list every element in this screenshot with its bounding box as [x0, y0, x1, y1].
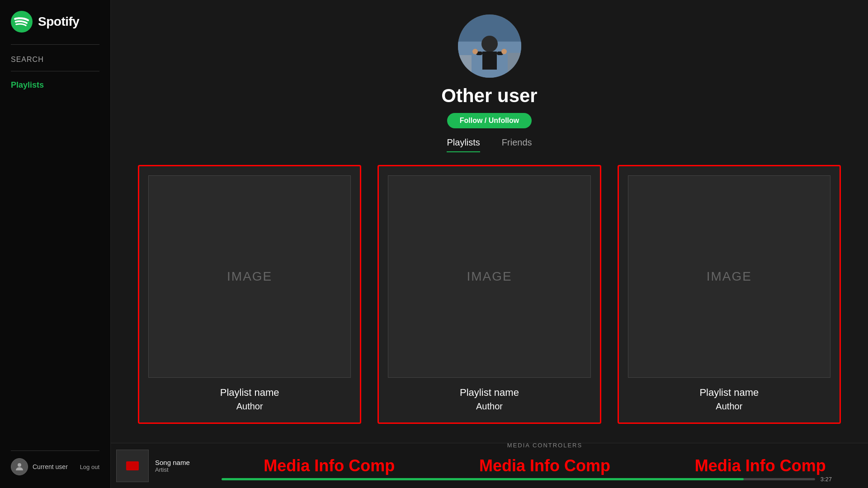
- playlist-author-3: Author: [716, 401, 742, 412]
- playlist-card-3[interactable]: IMAGE Playlist name Author: [618, 165, 841, 424]
- sidebar-search[interactable]: SEARCH: [0, 53, 110, 68]
- tab-friends[interactable]: Friends: [502, 137, 532, 152]
- sidebar-top-divider: [11, 44, 99, 45]
- spotify-icon: [11, 11, 33, 33]
- playlist-image-label-1: IMAGE: [227, 269, 272, 284]
- media-info-comp-2: Media Info Comp: [479, 456, 610, 475]
- sidebar-user-row: Current user Log out: [11, 458, 99, 475]
- now-playing-left: Song name Artist: [111, 450, 222, 482]
- playlist-image-label-2: IMAGE: [467, 269, 512, 284]
- playlist-image-1: IMAGE: [148, 175, 351, 378]
- sidebar-playlists[interactable]: Playlists: [0, 78, 110, 93]
- sidebar-mid-divider: [11, 71, 99, 71]
- playlist-name-1: Playlist name: [220, 387, 279, 399]
- svg-rect-7: [482, 52, 497, 70]
- svg-rect-4: [458, 55, 472, 78]
- follow-unfollow-button[interactable]: Follow / Unfollow: [447, 113, 532, 128]
- playlist-card-2[interactable]: IMAGE Playlist name Author: [377, 165, 601, 424]
- song-name: Song name: [155, 459, 190, 466]
- sidebar-bottom-divider: [11, 450, 99, 451]
- playlists-grid-wrapper: IMAGE Playlist name Author IMAGE Playlis…: [111, 152, 868, 443]
- profile-header: Other user Follow / Unfollow Playlists F…: [111, 0, 868, 152]
- media-info-comps: MEDIA CONTROLERS Media Info Comp Media I…: [222, 456, 868, 475]
- playlists-grid: IMAGE Playlist name Author IMAGE Playlis…: [138, 165, 841, 424]
- playlist-author-2: Author: [476, 401, 503, 412]
- progress-bar-area: 3:27: [222, 476, 832, 483]
- spotify-wordmark: Spotify: [38, 14, 79, 29]
- progress-track[interactable]: [222, 478, 815, 480]
- logout-button[interactable]: Log out: [80, 464, 99, 470]
- svg-point-6: [481, 36, 498, 52]
- svg-point-1: [18, 463, 21, 467]
- playlist-author-1: Author: [236, 401, 263, 412]
- song-thumbnail-image: [126, 461, 139, 470]
- sidebar: Spotify SEARCH Playlists Current user Lo…: [0, 0, 111, 488]
- sidebar-logo: Spotify: [0, 11, 110, 42]
- playlist-image-label-3: IMAGE: [707, 269, 752, 284]
- media-info-comp-1: Media Info Comp: [264, 456, 395, 475]
- playlist-name-3: Playlist name: [699, 387, 759, 399]
- profile-avatar: [458, 14, 521, 78]
- tab-playlists[interactable]: Playlists: [447, 137, 480, 152]
- progress-fill: [222, 478, 744, 480]
- playlist-card-1[interactable]: IMAGE Playlist name Author: [138, 165, 361, 424]
- current-user-label: Current user: [33, 463, 75, 470]
- sidebar-bottom: Current user Log out: [0, 450, 110, 488]
- playlist-name-2: Playlist name: [460, 387, 519, 399]
- song-artist: Artist: [155, 466, 190, 473]
- playlist-image-3: IMAGE: [628, 175, 830, 378]
- playlist-image-2: IMAGE: [388, 175, 590, 378]
- svg-point-11: [501, 49, 507, 54]
- svg-rect-5: [508, 53, 521, 78]
- current-user-avatar: [11, 458, 28, 475]
- media-info-comp-3: Media Info Comp: [695, 456, 826, 475]
- main-content: Other user Follow / Unfollow Playlists F…: [111, 0, 868, 488]
- profile-tabs: Playlists Friends: [447, 137, 532, 152]
- progress-time: 3:27: [821, 476, 832, 483]
- svg-point-10: [472, 49, 478, 54]
- now-playing-bar: Song name Artist MEDIA CONTROLERS Media …: [111, 443, 868, 488]
- media-controllers-label: MEDIA CONTROLERS: [507, 442, 582, 449]
- song-thumbnail: [116, 450, 149, 482]
- profile-username: Other user: [441, 85, 537, 107]
- song-info: Song name Artist: [155, 459, 190, 473]
